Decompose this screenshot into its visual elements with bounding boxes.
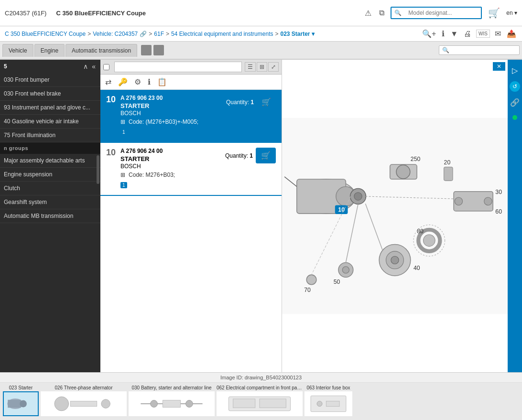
lang-selector[interactable]: en ▾ <box>506 10 517 16</box>
thumbnail-img-3[interactable] <box>129 391 215 416</box>
thumbnail-img-4[interactable] <box>217 391 303 416</box>
svg-point-16 <box>484 197 492 205</box>
svg-point-46 <box>151 400 158 408</box>
thumbnail-item-1[interactable]: 023 Starter <box>3 385 39 418</box>
mail-icon[interactable]: ✉ <box>494 28 502 39</box>
sidebar-item-instrument-panel[interactable]: 93 Instrument panel and glove c... <box>0 101 100 115</box>
sidebar-item-front-illumination[interactable]: 75 Front illumination <box>0 129 100 142</box>
svg-point-22 <box>391 256 399 264</box>
filter-icon[interactable]: ▼ <box>449 29 459 39</box>
copy-icon[interactable]: ⧉ <box>378 7 386 19</box>
part-partno-1: A 276 906 23 00 <box>120 95 226 101</box>
parts-search-input[interactable] <box>114 62 242 72</box>
sidebar-item-major-assembly[interactable]: Major assembly detachable arts <box>0 154 100 168</box>
search-input[interactable] <box>404 8 481 18</box>
top-bar-right: ⚠ ⧉ 🔍 🛒 en ▾ <box>363 6 517 20</box>
quantity-section-2: Quantity: 1 <box>225 152 253 159</box>
sidebar-item-engine-suspension[interactable]: Engine suspension <box>0 168 100 182</box>
sidebar-item-gearshift[interactable]: Gearshift system <box>0 195 100 209</box>
diagram-panel: ✕ 10 250 20 <box>282 60 508 372</box>
exchange-icon[interactable]: ⇄ <box>104 76 112 87</box>
tabs-left: Vehicle Engine Automatic transmission <box>2 44 164 57</box>
part-item-2[interactable]: 10 A 276 906 24 00 STARTER BOSCH ⊞ Code:… <box>100 143 282 196</box>
vehicle-link-icon[interactable]: 🔗 <box>140 31 147 37</box>
sidebar-nav-btns: ∧ « <box>82 63 97 70</box>
list-view-btn[interactable]: ☰ <box>245 62 256 72</box>
grid-icon-2: ⊞ <box>120 172 125 178</box>
right-refresh-btn[interactable]: ↺ <box>510 81 520 92</box>
diagram-close-btn[interactable]: ✕ <box>493 62 505 71</box>
thumbnail-svg-2 <box>42 392 126 415</box>
info2-icon[interactable]: ℹ <box>147 76 152 87</box>
right-dot-btn[interactable] <box>512 115 517 120</box>
svg-point-47 <box>186 400 193 408</box>
breadcrumb-61f[interactable]: 61F <box>154 31 164 37</box>
thumbnail-label-3: 030 Battery, starter and alternator line <box>131 385 211 390</box>
breadcrumb-icons: 🔍+ ℹ ▼ 🖨 WIS ✉ 📤 <box>421 28 517 39</box>
svg-text:80: 80 <box>417 228 424 235</box>
part-info-badge-2[interactable]: 1 <box>120 182 127 188</box>
thumbnail-img-2[interactable] <box>41 391 127 416</box>
sidebar-item-clutch[interactable]: Clutch <box>0 182 100 195</box>
search-button[interactable]: 🔍 <box>392 8 404 18</box>
parts-view-btns: ☰ ⊞ ⤢ <box>245 62 279 72</box>
sidebar-section-header: n groups <box>0 142 100 154</box>
thumbnail-label-4: 062 Electrical compartment in front pass… <box>217 385 303 390</box>
sidebar-scrollbar <box>97 155 99 184</box>
parts-action-bar: ⇄ 🔑 ⚙ ℹ 📋 <box>100 75 282 90</box>
tab-engine[interactable]: Engine <box>34 44 65 57</box>
sidebar-item-air-intake[interactable]: 40 Gasoline vehicle air intake <box>0 115 100 129</box>
sidebar-item-front-bumper[interactable]: 030 Front bumper <box>0 73 100 87</box>
right-link-btn[interactable]: 🔗 <box>509 97 521 108</box>
export-icon[interactable]: 📤 <box>506 28 517 39</box>
part-item-1[interactable]: 10 A 276 906 23 00 STARTER BOSCH ⊞ Code:… <box>100 90 282 143</box>
tab-automatic-transmission[interactable]: Automatic transmission <box>65 44 137 57</box>
key-icon[interactable]: 🔑 <box>117 76 129 87</box>
parts-panel: ☰ ⊞ ⤢ ⇄ 🔑 ⚙ ℹ 📋 10 A 276 906 23 00 START… <box>100 60 282 372</box>
part-line-num-2: 10 <box>106 148 116 158</box>
breadcrumb-electrical[interactable]: 54 Electrical equipment and instruments <box>171 31 273 37</box>
breadcrumb-model[interactable]: C 350 BlueEFFICIENCY Coupe <box>5 31 86 37</box>
top-bar: C204357 (61F) C 350 BlueEFFICIENCY Coupe… <box>0 0 522 26</box>
part-name-1: STARTER <box>120 102 226 109</box>
wrench-icon[interactable] <box>153 45 164 55</box>
thumbnail-img-1[interactable] <box>3 391 39 416</box>
sidebar-header: 5 ∧ « <box>0 60 100 73</box>
breadcrumb-vehicle[interactable]: Vehicle: C204357 <box>93 31 138 37</box>
sidebar-item-mb-transmission[interactable]: Automatic MB transmission <box>0 209 100 223</box>
tabs-search-input[interactable] <box>449 47 516 54</box>
tools-icon[interactable] <box>141 45 152 55</box>
double-left-icon[interactable]: « <box>91 63 97 70</box>
wis-icon[interactable]: WIS <box>476 30 490 38</box>
thumbnail-item-3[interactable]: 030 Battery, starter and alternator line <box>129 385 215 418</box>
breadcrumb-starter[interactable]: 023 Starter ▾ <box>280 31 314 37</box>
qty-label-2: Quantity: <box>225 152 250 159</box>
expand-view-btn[interactable]: ⤢ <box>268 62 279 72</box>
qty-value-1: 1 <box>250 99 254 106</box>
part-info-2: A 276 906 24 00 STARTER BOSCH ⊞ Code: M2… <box>120 148 225 188</box>
part-info-badge-1[interactable]: 1 <box>120 129 127 135</box>
thumbnail-item-5[interactable]: 063 Interior fuse box <box>304 385 352 418</box>
settings-icon[interactable]: ⚙ <box>133 76 142 87</box>
tab-vehicle[interactable]: Vehicle <box>2 44 33 57</box>
thumbnail-item-2[interactable]: 026 Three-phase alternator <box>41 385 127 418</box>
warning-icon[interactable]: ⚠ <box>363 7 373 19</box>
cart-icon[interactable]: 🛒 <box>487 6 501 20</box>
sidebar-number: 5 <box>4 63 7 70</box>
info-icon[interactable]: ℹ <box>441 28 446 39</box>
right-expand-btn[interactable]: ▷ <box>511 65 519 76</box>
tabs-search-box: 🔍 <box>439 45 520 55</box>
add-to-cart-btn-1[interactable]: 🛒 <box>257 95 276 109</box>
zoom-in-icon[interactable]: 🔍+ <box>421 28 437 39</box>
add-to-cart-btn-2[interactable]: 🛒 <box>256 148 276 163</box>
thumbnail-item-4[interactable]: 062 Electrical compartment in front pass… <box>217 385 303 418</box>
model-name: C 350 BlueEFFICIENCY Coupe <box>56 10 146 17</box>
print-icon[interactable]: 🖨 <box>463 29 472 39</box>
thumbnail-img-5[interactable] <box>304 391 352 416</box>
select-all-checkbox[interactable] <box>103 64 109 70</box>
collapse-icon[interactable]: ∧ <box>82 63 89 70</box>
grid-view-btn[interactable]: ⊞ <box>257 62 267 72</box>
sidebar-item-front-brake[interactable]: 030 Front wheel brake <box>0 87 100 101</box>
thumbnail-label-1: 023 Starter <box>9 385 33 390</box>
clipboard-icon[interactable]: 📋 <box>156 76 168 87</box>
